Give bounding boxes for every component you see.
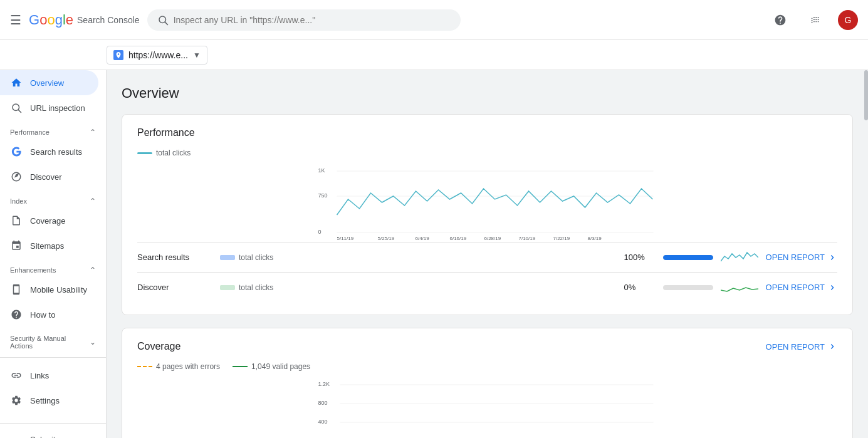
search-input[interactable]	[174, 15, 451, 25]
perf-discover-open-report[interactable]: OPEN REPORT	[766, 283, 837, 293]
coverage-errors-line	[137, 366, 152, 367]
performance-card-title: Performance	[137, 127, 195, 138]
topbar: ☰ Google Search Console G	[0, 0, 868, 40]
discover-icon	[10, 170, 23, 183]
search-icon	[157, 14, 169, 26]
menu-icon[interactable]: ☰	[10, 13, 21, 28]
perf-search-legend-label: total clicks	[239, 253, 273, 262]
search-icon	[10, 102, 23, 114]
sidebar-section-performance: Performance ⌃	[0, 120, 106, 139]
url-search-bar[interactable]	[147, 9, 461, 31]
coverage-open-report[interactable]: OPEN REPORT	[766, 342, 837, 352]
sidebar-item-submit-feedback[interactable]: Submit feedback	[0, 429, 98, 438]
security-chevron[interactable]: ⌄	[90, 338, 96, 347]
sidebar-section-enhancements: Enhancements ⌃	[0, 258, 106, 277]
coverage-card: Coverage OPEN REPORT 4 pages with errors…	[122, 328, 853, 438]
performance-legend-label: total clicks	[156, 149, 191, 157]
feedback-label: Submit feedback	[30, 435, 88, 438]
perf-search-bar-fill	[663, 255, 713, 260]
howto-icon	[10, 308, 23, 321]
perf-discover-legend-label: total clicks	[239, 283, 273, 292]
home-icon	[10, 76, 23, 89]
app-logo[interactable]: Google Search Console	[29, 12, 140, 28]
svg-text:6/28/19: 6/28/19	[484, 236, 501, 240]
svg-text:5/11/19: 5/11/19	[337, 236, 354, 240]
scrollbar-thumb[interactable]	[864, 70, 868, 120]
property-icon	[113, 50, 123, 60]
perf-discover-sparkline	[721, 279, 758, 296]
perf-discover-legend: total clicks	[220, 283, 617, 292]
enhancements-chevron[interactable]: ⌃	[90, 266, 96, 274]
sidebar-mobile-label: Mobile Usability	[30, 285, 87, 295]
svg-text:5/25/19: 5/25/19	[378, 236, 395, 240]
svg-text:7/22/19: 7/22/19	[553, 236, 570, 240]
sidebar-item-overview[interactable]: Overview	[0, 70, 98, 95]
perf-search-name: Search results	[137, 253, 212, 262]
main-content: Overview Performance total clicks 1K 750…	[107, 70, 868, 438]
sidebar-divider	[0, 357, 106, 358]
svg-text:6/4/19: 6/4/19	[416, 236, 430, 240]
sidebar-links-label: Links	[30, 371, 49, 380]
property-selector[interactable]: https://www.e... ▼	[107, 46, 207, 65]
coverage-legend: 4 pages with errors 1,049 valid pages	[137, 362, 837, 371]
index-chevron[interactable]: ⌃	[90, 197, 96, 206]
sidebar-item-sitemaps[interactable]: Sitemaps	[0, 233, 98, 258]
sidebar-item-search-results[interactable]: Search results	[0, 139, 98, 164]
sidebar-item-howto[interactable]: How to	[0, 302, 98, 327]
sidebar: Overview URL inspection Performance ⌃ Se…	[0, 70, 107, 438]
svg-text:6/16/19: 6/16/19	[450, 236, 467, 240]
sidebar-howto-label: How to	[30, 310, 55, 320]
sidebar-search-results-label: Search results	[30, 147, 82, 157]
perf-search-open-report[interactable]: OPEN REPORT	[766, 253, 837, 263]
sidebar-discover-label: Discover	[30, 172, 62, 182]
performance-legend: total clicks	[137, 149, 837, 157]
performance-line	[337, 189, 653, 215]
svg-text:400: 400	[318, 419, 328, 425]
svg-text:0: 0	[318, 229, 322, 235]
apps-icon[interactable]	[803, 8, 828, 33]
sidebar-item-url-inspection[interactable]: URL inspection	[0, 95, 98, 120]
sidebar-section-index: Index ⌃	[0, 189, 106, 208]
sidebar-item-coverage[interactable]: Coverage	[0, 208, 98, 233]
user-avatar[interactable]: G	[838, 10, 858, 30]
perf-discover-name: Discover	[137, 283, 212, 292]
coverage-legend-valid: 1,049 valid pages	[233, 362, 310, 371]
perf-search-legend-block	[220, 255, 235, 260]
svg-text:7/10/19: 7/10/19	[519, 236, 536, 240]
coverage-valid-line	[233, 366, 248, 367]
sidebar-item-settings[interactable]: Settings	[0, 388, 98, 413]
performance-card: Performance total clicks 1K 750 0	[122, 114, 853, 315]
page-title: Overview	[122, 85, 853, 102]
sidebar-overview-label: Overview	[30, 78, 64, 88]
perf-search-pct: 100%	[624, 253, 656, 262]
footer-divider	[0, 423, 106, 424]
property-bar: https://www.e... ▼	[0, 40, 868, 70]
svg-text:750: 750	[318, 192, 328, 199]
performance-chevron[interactable]: ⌃	[90, 128, 96, 137]
performance-row-search: Search results total clicks 100% OPEN RE…	[137, 242, 837, 272]
perf-discover-pct: 0%	[624, 283, 656, 292]
performance-legend-line	[137, 152, 152, 154]
svg-line-1	[165, 22, 167, 24]
sidebar-section-security: Security & Manual Actions ⌄	[0, 327, 106, 352]
sidebar-coverage-label: Coverage	[30, 216, 65, 226]
coverage-errors-label: 4 pages with errors	[156, 362, 220, 371]
search-console-wordmark: Search Console	[77, 15, 140, 25]
performance-card-header: Performance	[137, 127, 837, 138]
property-name: https://www.e...	[128, 50, 188, 60]
sidebar-item-mobile-usability[interactable]: Mobile Usability	[0, 277, 98, 302]
coverage-chart-area: 1.2K 800 400 0 5/15/19 5/29/19 6/6/19 6/…	[137, 378, 837, 438]
links-icon	[10, 369, 23, 382]
perf-search-bar	[663, 255, 713, 260]
svg-text:800: 800	[318, 400, 328, 406]
help-icon[interactable]	[768, 8, 793, 33]
coverage-legend-errors: 4 pages with errors	[137, 362, 220, 371]
scrollbar-track[interactable]	[864, 70, 868, 438]
coverage-chart: 1.2K 800 400 0 5/15/19 5/29/19 6/6/19 6/…	[137, 378, 837, 438]
settings-icon	[10, 394, 23, 407]
sidebar-item-discover[interactable]: Discover	[0, 164, 98, 189]
sidebar-item-links[interactable]: Links	[0, 363, 98, 388]
sidebar-footer: Submit feedback About new version Go to …	[0, 413, 106, 438]
performance-legend-item: total clicks	[137, 149, 191, 157]
sitemaps-icon	[10, 239, 23, 252]
